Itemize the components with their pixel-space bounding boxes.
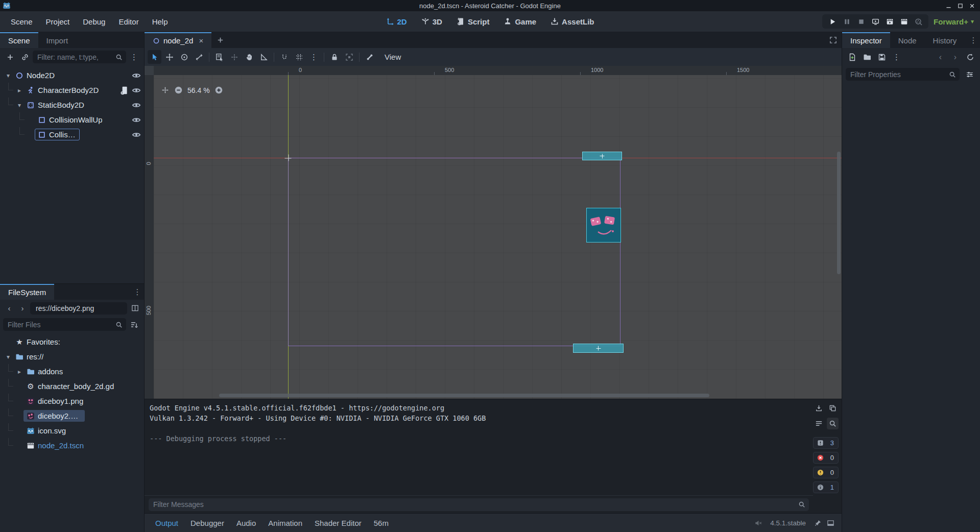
bottom-panel-tab[interactable]: Audio <box>231 516 261 530</box>
playback-button[interactable] <box>869 16 881 27</box>
canvas-tool-button[interactable] <box>257 50 271 64</box>
file-tree-row[interactable]: ★ Favorites: <box>0 334 144 349</box>
canvas-tool-button[interactable] <box>274 53 274 62</box>
expander-icon[interactable]: ▸ <box>15 368 23 375</box>
inspector-tool-button[interactable] <box>860 50 874 64</box>
message-count-badge[interactable]: 0 <box>813 452 839 464</box>
message-count-badge[interactable]: 3 <box>813 437 839 449</box>
bottom-panel-tab[interactable]: Animation <box>262 516 308 530</box>
close-button[interactable] <box>969 3 975 9</box>
split-view-button[interactable] <box>129 303 140 314</box>
collision-wall-up-shape[interactable] <box>582 152 622 160</box>
workspace-tab[interactable]: 2D <box>381 15 412 28</box>
new-scene-tab-button[interactable] <box>211 32 229 48</box>
file-tree-row[interactable]: ⚙ character_body_2d.gd <box>0 379 144 394</box>
canvas-tool-button[interactable]: ⋮ <box>307 50 321 64</box>
file-tree-row[interactable]: diceboy1.png <box>0 394 144 408</box>
file-filter-input[interactable] <box>7 320 112 329</box>
playback-button[interactable] <box>841 16 853 27</box>
scene-tree-row[interactable]: ▾ StaticBody2D <box>0 98 144 112</box>
scene-tree-row[interactable]: CollisionWallUp <box>0 112 144 127</box>
dock-tab[interactable]: Import <box>38 32 77 48</box>
collision-wall-down-shape[interactable] <box>573 344 624 353</box>
scene-tree-row[interactable]: CollisionWallDown <box>0 127 144 142</box>
inspector-menu-button[interactable]: ⋮ <box>967 32 980 48</box>
message-count-badge[interactable]: 1 <box>813 481 839 493</box>
canvas-tool-button[interactable] <box>292 50 306 64</box>
pin-panel-button[interactable] <box>812 517 824 529</box>
instance-scene-button[interactable] <box>18 50 32 64</box>
scene-tree-row[interactable]: ▸ CharacterBody2D <box>0 83 144 98</box>
menu-item[interactable]: Editor <box>113 15 144 28</box>
inspector-tool-button[interactable] <box>845 50 859 64</box>
center-view-icon[interactable] <box>161 86 170 94</box>
minimize-button[interactable] <box>945 3 952 9</box>
property-filter-input[interactable] <box>849 70 946 79</box>
workspace-tab[interactable]: 3D <box>416 15 447 28</box>
playback-button[interactable] <box>883 16 896 27</box>
close-scene-icon[interactable]: × <box>199 36 203 45</box>
history-forward-button[interactable]: › <box>17 303 28 314</box>
log-view-button[interactable] <box>827 418 839 429</box>
message-count-badge[interactable]: 0 <box>813 467 839 478</box>
horizontal-scrollbar[interactable] <box>219 394 709 397</box>
log-tool-button[interactable] <box>813 402 825 414</box>
mute-speaker-icon[interactable] <box>752 517 764 529</box>
visibility-eye-icon[interactable] <box>132 101 141 110</box>
scene-tree-menu-button[interactable]: ⋮ <box>127 50 141 64</box>
menu-item[interactable]: Help <box>147 15 174 28</box>
distraction-free-button[interactable] <box>826 32 840 48</box>
dock-tab[interactable]: Scene <box>0 32 38 48</box>
canvas-area[interactable]: 56.4 % <box>154 75 842 399</box>
collision-handle[interactable] <box>596 346 601 351</box>
file-sort-button[interactable] <box>127 318 141 331</box>
visibility-eye-icon[interactable] <box>132 71 141 80</box>
canvas-tool-button[interactable] <box>327 50 341 64</box>
expander-icon[interactable]: ▸ <box>15 87 23 94</box>
canvas-tool-button[interactable] <box>277 50 291 64</box>
canvas-tool-button[interactable] <box>324 53 324 62</box>
collision-handle[interactable] <box>600 154 605 158</box>
canvas-tool-button[interactable] <box>227 50 241 64</box>
scene-tree-row[interactable]: ▾ Node2D <box>0 68 144 83</box>
current-path-input[interactable] <box>35 304 123 313</box>
dock-tab[interactable]: Inspector <box>842 32 890 48</box>
log-view-button[interactable] <box>813 418 825 429</box>
expander-icon[interactable]: ▾ <box>4 72 12 79</box>
filesystem-dock-tab[interactable]: FileSystem <box>0 284 54 300</box>
canvas-tool-button[interactable] <box>148 50 161 64</box>
menu-item[interactable]: Debug <box>77 15 111 28</box>
file-tree-row[interactable]: node_2d.tscn <box>0 438 144 453</box>
add-node-button[interactable] <box>3 50 17 64</box>
inspector-tool-button[interactable]: ⋮ <box>890 50 903 64</box>
history-back-button[interactable]: ‹ <box>4 303 15 314</box>
file-tree-row[interactable]: ▾ res:// <box>0 349 144 364</box>
inspector-tool-button[interactable] <box>963 50 977 64</box>
canvas-tool-button[interactable] <box>342 50 356 64</box>
workspace-tab[interactable]: AssetLib <box>545 15 599 28</box>
script-icon[interactable] <box>119 86 129 95</box>
maximize-button[interactable] <box>957 3 964 9</box>
message-filter-input[interactable] <box>152 500 795 509</box>
canvas-tool-button[interactable] <box>177 50 191 64</box>
canvas-tool-button[interactable] <box>242 50 256 64</box>
visibility-eye-icon[interactable] <box>132 130 141 139</box>
visibility-eye-icon[interactable] <box>132 86 141 95</box>
menu-item[interactable]: Scene <box>5 15 38 28</box>
bottom-panel-tab[interactable]: 56m <box>368 516 394 530</box>
renderer-selector[interactable]: Forward+ ▾ <box>934 17 974 26</box>
canvas-tool-button[interactable] <box>192 50 206 64</box>
vertical-scrollbar[interactable] <box>837 152 841 274</box>
playback-button[interactable] <box>855 16 867 27</box>
bottom-panel-tab[interactable]: Debugger <box>185 516 230 530</box>
canvas-tool-button[interactable] <box>209 53 209 62</box>
workspace-tab[interactable]: Script <box>451 15 495 28</box>
workspace-tab[interactable]: Game <box>498 15 541 28</box>
inspector-tool-button[interactable]: ‹ <box>934 50 947 64</box>
canvas-tool-button[interactable] <box>359 53 360 62</box>
zoom-in-button[interactable] <box>214 86 223 94</box>
bottom-panel-tab[interactable]: Output <box>150 516 184 530</box>
playback-button[interactable] <box>912 16 924 27</box>
canvas-tool-button[interactable] <box>212 50 226 64</box>
2d-viewport[interactable]: 050010001500 0500 <box>145 66 842 399</box>
